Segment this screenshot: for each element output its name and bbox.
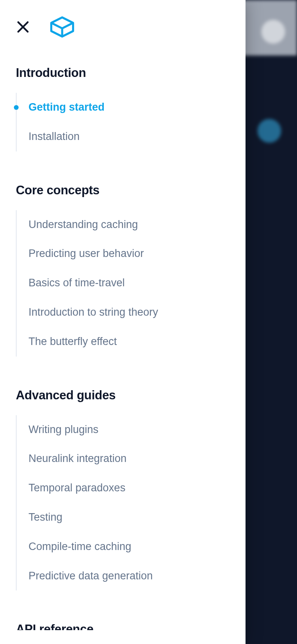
section-heading: Core concepts bbox=[16, 183, 230, 197]
nav-item[interactable]: Installation bbox=[17, 122, 230, 151]
sidebar-header bbox=[16, 16, 230, 38]
nav-item[interactable]: Neuralink integration bbox=[17, 444, 230, 473]
nav-list: Getting startedInstallation bbox=[16, 93, 230, 151]
nav-section: Core conceptsUnderstanding cachingPredic… bbox=[16, 183, 230, 356]
nav-item[interactable]: Testing bbox=[17, 503, 230, 532]
close-icon[interactable] bbox=[16, 20, 30, 34]
nav-item[interactable]: Introduction to string theory bbox=[17, 298, 230, 327]
nav-item[interactable]: Temporal paradoxes bbox=[17, 473, 230, 503]
section-heading: Advanced guides bbox=[16, 388, 230, 402]
nav-item[interactable]: Compile-time caching bbox=[17, 532, 230, 562]
logo-icon[interactable] bbox=[50, 16, 74, 38]
section-heading: Introduction bbox=[16, 66, 230, 80]
nav-item[interactable]: Predicting user behavior bbox=[17, 239, 230, 268]
nav-item[interactable]: The butterfly effect bbox=[17, 327, 230, 356]
avatar bbox=[261, 20, 285, 44]
nav-section: Advanced guidesWriting pluginsNeuralink … bbox=[16, 388, 230, 591]
nav-item[interactable]: Writing plugins bbox=[17, 415, 230, 445]
nav-item[interactable]: Understanding caching bbox=[17, 210, 230, 240]
nav-item[interactable]: Basics of time-travel bbox=[17, 268, 230, 298]
section-heading-partial: API reference bbox=[16, 622, 230, 630]
nav-item[interactable]: Predictive data generation bbox=[17, 562, 230, 591]
backdrop-pill bbox=[257, 119, 281, 143]
nav-section: IntroductionGetting startedInstallation bbox=[16, 66, 230, 151]
nav-item[interactable]: Getting started bbox=[17, 93, 230, 122]
nav-list: Understanding cachingPredicting user beh… bbox=[16, 210, 230, 356]
nav-list: Writing pluginsNeuralink integrationTemp… bbox=[16, 415, 230, 591]
navigation-drawer: IntroductionGetting startedInstallationC… bbox=[0, 0, 246, 644]
